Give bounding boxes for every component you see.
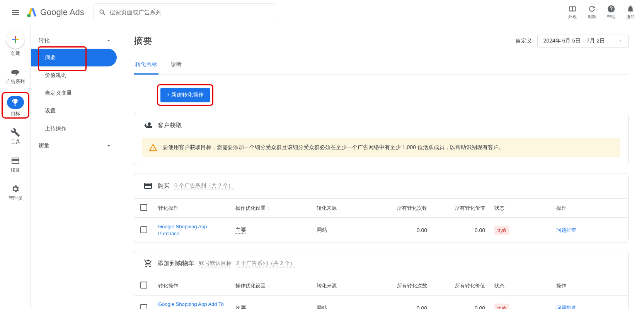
sidenav-item-summary[interactable]: 摘要 (31, 49, 117, 66)
row-checkbox[interactable] (140, 226, 147, 233)
sidenav-item-settings[interactable]: 设置 (31, 102, 120, 120)
col-optimize[interactable]: 操作优化设置 ↓ (231, 276, 312, 295)
sidenav-item-custom-vars[interactable]: 自定义变量 (31, 84, 120, 102)
card-purchase: 购买 0 个广告系列（共 2 个） 转化操作 操作优化设置 ↓ 转化来源 所有转… (134, 173, 629, 243)
search-box[interactable] (94, 3, 275, 21)
col-value[interactable]: 所有转化价值 (432, 199, 490, 218)
col-source[interactable]: 转化来源 (312, 276, 374, 295)
card-subtitle-link[interactable]: 2 个广告系列（共 2 个） (236, 260, 295, 267)
col-action[interactable]: 转化操作 (153, 276, 231, 295)
col-op[interactable]: 操作 (552, 276, 628, 295)
optimize-value[interactable]: 主要 (235, 227, 246, 233)
sidenav-group-measure[interactable]: 衡量 (31, 138, 120, 154)
col-optimize[interactable]: 操作优化设置 ↓ (231, 199, 312, 218)
card-title: 客户获取 (157, 122, 182, 130)
refresh-button[interactable]: 刷新 (588, 5, 596, 20)
header: Google Ads 外观 刷新 帮助 通知 (0, 0, 644, 25)
product-logo[interactable]: Google Ads (26, 7, 84, 18)
card-add-to-cart: 添加到购物车 账号默认目标 2 个广告系列（共 2 个） 转化操作 操作优化设置… (134, 251, 629, 309)
count-value: 0.00 (374, 218, 432, 243)
select-all-checkbox[interactable] (140, 282, 147, 289)
page-title: 摘要 (134, 35, 152, 47)
rail-billing[interactable]: 结算 (11, 156, 20, 173)
wrench-icon (11, 128, 20, 137)
date-mode-label: 自定义 (516, 37, 532, 44)
status-badge: 无效 (494, 304, 509, 309)
rail-tools[interactable]: 工具 (11, 128, 20, 145)
gear-icon (11, 184, 20, 194)
card-title: 添加到购物车 (157, 260, 194, 268)
purchase-table: 转化操作 操作优化设置 ↓ 转化来源 所有转化次数 所有转化价值 状态 操作 G… (134, 198, 628, 243)
hamburger-icon[interactable] (6, 3, 25, 22)
select-all-checkbox[interactable] (140, 204, 147, 211)
tab-diagnostics[interactable]: 诊断 (169, 56, 183, 75)
card-subtitle-link[interactable]: 0 个广告系列（共 2 个） (174, 182, 233, 189)
col-source[interactable]: 转化来源 (312, 199, 374, 218)
help-button[interactable]: 帮助 (607, 5, 615, 20)
appearance-icon (568, 5, 577, 13)
card-icon (143, 181, 153, 190)
col-value[interactable]: 所有转化价值 (432, 276, 490, 295)
sidenav-item-value-rules[interactable]: 价值规则 (31, 66, 120, 84)
rail-campaigns[interactable]: 广告系列 (6, 68, 25, 85)
troubleshoot-link[interactable]: 问题排查 (556, 305, 576, 309)
tab-goals[interactable]: 转化目标 (134, 56, 158, 75)
create-button[interactable]: 创建 (6, 30, 25, 57)
new-conversion-action-button[interactable]: + 新建转化操作 (160, 88, 210, 102)
optimize-value[interactable]: 次要 (235, 305, 246, 309)
tabs: 转化目标 诊断 (134, 56, 629, 75)
col-count[interactable]: 所有转化次数 (374, 276, 432, 295)
trophy-icon (11, 98, 20, 107)
sort-down-icon: ↓ (266, 205, 270, 211)
chevron-up-icon (105, 37, 112, 44)
search-input[interactable] (109, 9, 270, 15)
col-status[interactable]: 状态 (490, 276, 552, 295)
col-op[interactable]: 操作 (552, 199, 628, 218)
icon-rail: 创建 广告系列 目标 工具 结算 管理员 (0, 25, 31, 309)
table-row: Google Shopping App Add To Cart 次要 网站 0.… (134, 295, 628, 309)
value-value: 0.00 (432, 295, 490, 309)
source-value: 网站 (312, 295, 374, 309)
sidenav-group-conversion[interactable]: 转化 (31, 32, 120, 49)
side-nav: 转化 摘要 价值规则 自定义变量 设置 上传操作 衡量 (31, 25, 120, 309)
count-value: 0.00 (374, 295, 432, 309)
rail-admin[interactable]: 管理员 (9, 184, 22, 202)
warning-icon (149, 143, 157, 152)
account-default-label[interactable]: 账号默认目标 (199, 260, 232, 267)
table-row: Google Shopping App Purchase 主要 网站 0.00 … (134, 218, 628, 243)
search-icon (99, 8, 106, 16)
svg-point-0 (27, 14, 31, 17)
card-title: 购买 (157, 182, 170, 190)
appearance-button[interactable]: 外观 (568, 5, 577, 20)
status-badge: 无效 (494, 226, 509, 235)
troubleshoot-link[interactable]: 问题排查 (556, 227, 576, 233)
card-icon (11, 156, 20, 165)
sidenav-item-upload[interactable]: 上传操作 (31, 120, 120, 138)
sort-down-icon: ↓ (266, 283, 270, 289)
product-name: Google Ads (40, 7, 84, 17)
cart-table: 转化操作 操作优化设置 ↓ 转化来源 所有转化次数 所有转化价值 状态 操作 G… (134, 276, 628, 309)
rail-goals[interactable]: 目标 (7, 96, 24, 117)
warning-banner: 要使用客户获取目标，您需要添加一个细分受众群且该细分受众群必须在至少一个广告网络… (142, 138, 620, 157)
plus-icon (10, 34, 20, 44)
row-checkbox[interactable] (140, 304, 147, 309)
conversion-name-link[interactable]: Google Shopping App Add To Cart (158, 301, 224, 309)
value-value: 0.00 (432, 218, 490, 243)
date-range-picker[interactable]: 2024年 6月 5日 – 7月 2日 (537, 34, 629, 48)
col-status[interactable]: 状态 (490, 199, 552, 218)
megaphone-icon (11, 68, 20, 77)
main-content: 摘要 自定义 2024年 6月 5日 – 7月 2日 转化目标 诊断 + 新建转… (120, 25, 644, 309)
person-add-icon (143, 121, 153, 130)
conversion-name-link[interactable]: Google Shopping App Purchase (158, 224, 207, 236)
notifications-button[interactable]: 通知 (626, 5, 635, 20)
header-actions: 外观 刷新 帮助 通知 (568, 5, 635, 20)
col-action[interactable]: 转化操作 (153, 199, 231, 218)
triangle-down-icon (618, 39, 623, 43)
bell-icon (626, 5, 635, 13)
help-icon (607, 5, 615, 13)
cart-add-icon (143, 259, 153, 268)
chevron-down-icon (105, 142, 112, 149)
col-count[interactable]: 所有转化次数 (374, 199, 432, 218)
source-value: 网站 (312, 218, 374, 243)
refresh-icon (588, 5, 596, 13)
